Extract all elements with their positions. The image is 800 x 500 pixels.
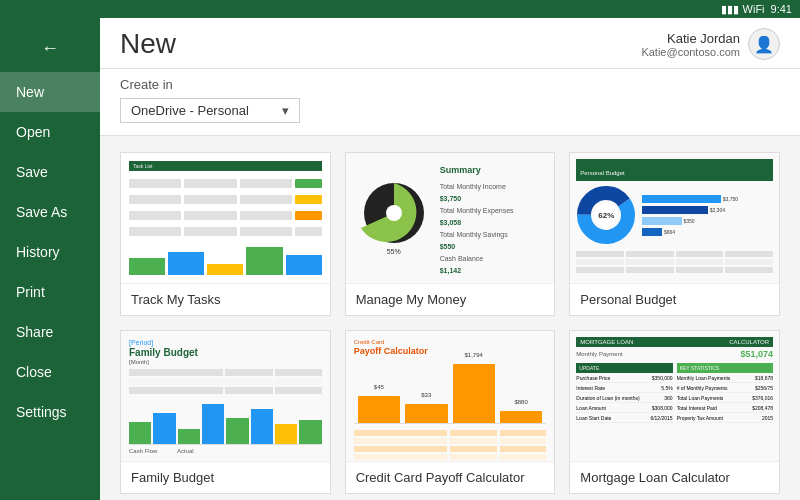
chevron-down-icon: ▾ [282, 103, 289, 118]
mortgage-col1-header: UPDATE [576, 363, 672, 373]
main-layout: ← NewOpenSaveSave AsHistoryPrintShareClo… [0, 18, 800, 500]
template-thumbnail-credit: Credit Card Payoff Calculator $45 $33 $ [346, 331, 555, 461]
status-time: 9:41 [771, 3, 792, 15]
mortgage-stat4-val: $208,478 [752, 405, 773, 411]
summary-income-label: Total Monthly Income [440, 181, 547, 193]
template-card-manage-money[interactable]: 55% Summary Total Monthly Income $3,750 … [345, 152, 556, 316]
create-in-section: Create in OneDrive - Personal ▾ [100, 69, 800, 136]
pie-label: 55% [387, 248, 401, 255]
user-info: Katie Jordan Katie@contoso.com 👤 [641, 28, 780, 60]
user-name: Katie Jordan [641, 31, 740, 46]
sidebar-item-settings[interactable]: Settings [0, 392, 100, 432]
content-header: New Katie Jordan Katie@contoso.com 👤 [100, 18, 800, 69]
template-thumbnail-money: 55% Summary Total Monthly Income $3,750 … [346, 153, 555, 283]
sidebar-item-new[interactable]: New [0, 72, 100, 112]
mortgage-stat3-label: Total Loan Payments [677, 395, 724, 401]
summary-savings-val: $550 [440, 241, 547, 253]
user-avatar[interactable]: 👤 [748, 28, 780, 60]
mortgage-stat1-val: $18,678 [755, 375, 773, 381]
back-arrow-icon: ← [41, 38, 59, 59]
template-card-family-budget[interactable]: [Period] Family Budget [Month] [120, 330, 331, 494]
summary-expenses-val: $3,058 [440, 217, 547, 229]
mortgage-col2-header: KEY STATISTICS [677, 363, 773, 373]
mortgage-row1-val: $350,000 [652, 375, 673, 381]
mortgage-row5-label: Loan Start Date [576, 415, 611, 421]
svg-point-1 [386, 205, 402, 221]
mortgage-title: MORTGAGE LOAN [580, 339, 633, 345]
summary-savings-label: Total Monthly Savings [440, 229, 547, 241]
templates-grid: Task List [100, 136, 800, 500]
summary-cash-val: $1,142 [440, 265, 547, 277]
user-details: Katie Jordan Katie@contoso.com [641, 31, 740, 58]
template-thumbnail-tasks: Task List [121, 153, 330, 283]
back-button[interactable]: ← [0, 28, 100, 68]
mortgage-stat1-label: Monthly Loan Payments [677, 375, 731, 381]
dropdown-value: OneDrive - Personal [131, 103, 249, 118]
template-name-family: Family Budget [121, 461, 330, 493]
sidebar-item-save[interactable]: Save [0, 152, 100, 192]
mortgage-title2: CALCULATOR [729, 339, 769, 345]
mortgage-stat3-val: $376,016 [752, 395, 773, 401]
summary-income-val: $3,750 [440, 193, 547, 205]
credit-calculator-label: Payoff Calculator [354, 346, 547, 356]
wifi-icon: WiFi [743, 3, 765, 15]
template-card-mortgage[interactable]: MORTGAGE LOAN CALCULATOR Monthly Payment… [569, 330, 780, 494]
template-thumbnail-mortgage: MORTGAGE LOAN CALCULATOR Monthly Payment… [570, 331, 779, 461]
sidebar-item-share[interactable]: Share [0, 312, 100, 352]
mortgage-row4-label: Loan Amount [576, 405, 605, 411]
mortgage-row3-label: Duration of Loan (in months) [576, 395, 639, 401]
sidebar-item-history[interactable]: History [0, 232, 100, 272]
sidebar-item-print[interactable]: Print [0, 272, 100, 312]
signal-icon: ▮▮▮ [721, 3, 739, 16]
summary-cash-label: Cash Balance [440, 253, 547, 265]
create-in-label: Create in [120, 77, 780, 92]
sidebar-item-close[interactable]: Close [0, 352, 100, 392]
mortgage-amount-label: Monthly Payment [576, 351, 622, 357]
sidebar-item-save-as[interactable]: Save As [0, 192, 100, 232]
summary-title: Summary [440, 163, 547, 178]
status-icons: ▮▮▮ WiFi [721, 3, 765, 16]
budget-title: Personal Budget [580, 170, 624, 176]
credit-header-label: Credit Card [354, 339, 547, 345]
mortgage-stat5-label: Property Tax Amount [677, 415, 723, 421]
mortgage-row2-label: Interest Rate [576, 385, 605, 391]
mortgage-stat4-label: Total Interest Paid [677, 405, 717, 411]
template-name-tasks: Track My Tasks [121, 283, 330, 315]
summary-expenses-label: Total Monthly Expenses [440, 205, 547, 217]
mortgage-stat5-val: 2015 [762, 415, 773, 421]
mortgage-row2-val: 5.5% [661, 385, 672, 391]
template-name-money: Manage My Money [346, 283, 555, 315]
template-card-track-my-tasks[interactable]: Task List [120, 152, 331, 316]
page-title: New [120, 28, 176, 60]
mortgage-row5-val: 6/12/2015 [650, 415, 672, 421]
template-name-mortgage: Mortgage Loan Calculator [570, 461, 779, 493]
family-title: Family Budget [129, 347, 322, 358]
template-card-personal-budget[interactable]: Personal Budget 62% [569, 152, 780, 316]
mortgage-stat2-val: $256/75 [755, 385, 773, 391]
user-email: Katie@contoso.com [641, 46, 740, 58]
mortgage-amount-val: $51,074 [740, 349, 773, 359]
mortgage-row1-label: Purchase Price [576, 375, 610, 381]
template-name-budget: Personal Budget [570, 283, 779, 315]
template-name-credit: Credit Card Payoff Calculator [346, 461, 555, 493]
family-month: [Month] [129, 359, 322, 365]
mortgage-row4-val: $308,000 [652, 405, 673, 411]
status-bar: ▮▮▮ WiFi 9:41 [0, 0, 800, 18]
family-period: [Period] [129, 339, 322, 346]
mortgage-row3-val: 360 [664, 395, 672, 401]
avatar-icon: 👤 [754, 35, 774, 54]
content-area: New Katie Jordan Katie@contoso.com 👤 Cre… [100, 18, 800, 500]
sidebar: ← NewOpenSaveSave AsHistoryPrintShareClo… [0, 18, 100, 500]
sidebar-item-open[interactable]: Open [0, 112, 100, 152]
mortgage-stat2-label: # of Monthly Payments [677, 385, 728, 391]
create-in-dropdown[interactable]: OneDrive - Personal ▾ [120, 98, 300, 123]
template-thumbnail-budget: Personal Budget 62% [570, 153, 779, 283]
template-thumbnail-family: [Period] Family Budget [Month] [121, 331, 330, 461]
family-cashflow: Cash Flow Actual [129, 448, 322, 454]
budget-percent: 62% [598, 211, 614, 220]
template-card-credit[interactable]: Credit Card Payoff Calculator $45 $33 $ [345, 330, 556, 494]
